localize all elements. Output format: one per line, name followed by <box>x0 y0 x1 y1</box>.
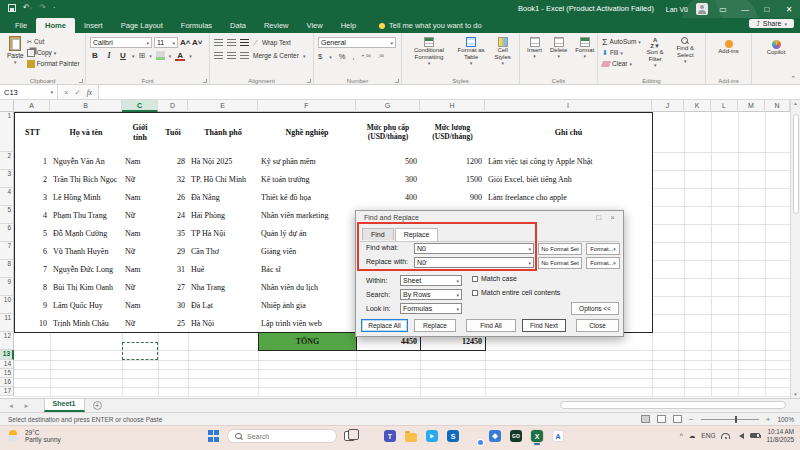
delete-cells-button[interactable]: Delete▾ <box>547 36 570 75</box>
dialog-close-icon[interactable]: × <box>610 213 615 222</box>
row-header-11[interactable]: 11 <box>0 314 14 332</box>
page-break-view-icon[interactable] <box>673 415 682 423</box>
clear-button[interactable]: Clear▾ <box>602 58 641 69</box>
align-left-icon[interactable] <box>214 52 223 59</box>
find-what-input[interactable]: Nũ▾ <box>414 243 534 254</box>
options-button[interactable]: Options << <box>571 302 619 315</box>
table-cell[interactable]: Cần Thơ <box>188 242 259 261</box>
formula-input[interactable] <box>99 85 800 99</box>
table-cell[interactable]: Lập trình viên web <box>258 314 357 333</box>
table-cell[interactable]: 300 <box>356 170 421 189</box>
normal-view-icon[interactable] <box>641 415 650 423</box>
match-entire-checkbox[interactable]: Match entire cell contents <box>472 289 560 296</box>
table-cell[interactable]: 4 <box>14 206 51 225</box>
copilot-app[interactable] <box>362 429 376 443</box>
photos-app[interactable]: ◆ <box>488 429 502 443</box>
table-cell[interactable]: 1 <box>14 152 51 171</box>
go-app[interactable]: GO <box>509 429 523 443</box>
format-as-table-button[interactable]: Format as Table▾ <box>454 36 488 75</box>
save-icon[interactable] <box>8 4 16 12</box>
number-dialog-launcher[interactable] <box>395 79 399 83</box>
percent-icon[interactable]: % <box>339 52 346 61</box>
table-cell[interactable]: 28 <box>158 152 189 171</box>
row-header-3[interactable]: 3 <box>0 170 14 188</box>
vertical-scrollbar-thumb[interactable] <box>793 114 799 214</box>
align-right-icon[interactable] <box>240 52 249 59</box>
teams-app[interactable]: T <box>383 429 397 443</box>
table-cell[interactable]: 2 <box>14 170 51 189</box>
table-cell[interactable]: Nhiếp ảnh gia <box>258 296 357 315</box>
table-cell[interactable]: Làm việc tại công ty Apple Nhật <box>485 152 653 171</box>
redo-icon[interactable]: ↷ <box>39 3 46 12</box>
row-header-10[interactable]: 10 <box>0 296 14 314</box>
table-cell[interactable]: 1500 <box>420 170 486 189</box>
table-header-cell[interactable]: Thành phố <box>188 112 259 153</box>
zoom-level[interactable]: 100% <box>777 416 794 423</box>
tell-me-box[interactable]: Tell me what you want to do <box>379 21 482 33</box>
table-header-cell[interactable]: Ghi chú <box>485 112 653 153</box>
bold-button[interactable]: B <box>90 51 100 60</box>
clock[interactable]: 10:14 AM11/8/2025 <box>766 428 794 444</box>
table-cell[interactable]: 29 <box>158 242 189 261</box>
sort-filter-button[interactable]: AZ▼ Sort & Filter▾ <box>641 36 670 75</box>
column-header-D[interactable]: D <box>158 100 188 112</box>
cell-styles-button[interactable]: Cell Styles▾ <box>490 36 515 75</box>
dialog-tab-find[interactable]: Find <box>362 228 394 240</box>
table-cell[interactable]: 10 <box>14 314 51 333</box>
minimize-button[interactable]: — <box>738 5 752 14</box>
table-cell[interactable]: Nam <box>122 260 159 279</box>
task-view-button[interactable] <box>344 431 355 441</box>
onedrive-cloud-icon[interactable]: ☁ <box>689 432 696 440</box>
table-cell[interactable]: TP. Hồ Chí Minh <box>188 170 259 189</box>
number-format-select[interactable]: General▾ <box>318 37 396 48</box>
comma-icon[interactable]: , <box>352 52 354 61</box>
orientation-icon[interactable]: ⟋ <box>253 39 258 47</box>
format-cells-button[interactable]: Format▾ <box>572 36 597 75</box>
table-cell[interactable]: Nguyễn Đức Long <box>50 260 123 279</box>
new-sheet-button[interactable]: + <box>93 401 102 410</box>
column-header-K[interactable]: K <box>684 100 711 112</box>
table-cell[interactable]: 30 <box>158 296 189 315</box>
table-cell[interactable]: 31 <box>158 260 189 279</box>
name-box[interactable]: C13▾ <box>0 85 58 99</box>
file-explorer-app[interactable] <box>404 429 418 443</box>
row-header-1[interactable]: 1 <box>0 112 14 152</box>
row-header-15[interactable]: 15 <box>0 369 14 378</box>
font-dialog-launcher[interactable] <box>203 79 207 83</box>
align-middle-icon[interactable] <box>227 39 236 46</box>
enter-icon[interactable]: ✓ <box>74 88 80 97</box>
excel-app[interactable]: X <box>530 429 544 443</box>
ribbon-tab-file[interactable]: File <box>6 18 36 33</box>
decrease-decimal-icon[interactable]: ·⁰⁰ <box>378 54 384 60</box>
undo-icon[interactable]: ↶▾ <box>23 3 32 12</box>
taskbar-search[interactable]: Search <box>227 429 337 443</box>
table-header-cell[interactable]: Tuổi <box>158 112 189 153</box>
total-label-cell[interactable]: TỔNG <box>258 332 357 351</box>
align-center-icon[interactable] <box>227 52 236 59</box>
paste-button[interactable]: Paste▾ <box>4 36 27 69</box>
share-button[interactable]: ⤴ Share▾ <box>749 19 794 28</box>
cut-button[interactable]: ✂Cut <box>27 36 80 47</box>
user-name[interactable]: Lan Vũ <box>666 6 688 13</box>
table-cell[interactable]: Lâm Quốc Huy <box>50 296 123 315</box>
table-cell[interactable]: Phạm Thu Trang <box>50 206 123 225</box>
shrink-font-button[interactable]: A˅ <box>192 38 202 47</box>
currency-icon[interactable]: $ <box>318 52 322 61</box>
table-cell[interactable]: Trịnh Minh Châu <box>50 314 123 333</box>
row-header-4[interactable]: 4 <box>0 188 14 206</box>
table-cell[interactable]: Nguyễn Văn An <box>50 152 123 171</box>
table-cell[interactable]: Nam <box>122 152 159 171</box>
weather-widget[interactable]: 29°CPartly sunny <box>8 429 61 443</box>
insert-cells-button[interactable]: Insert▾ <box>524 36 545 75</box>
table-cell[interactable]: Đỗ Mạnh Cường <box>50 224 123 243</box>
fill-button[interactable]: ⬇Fill▾ <box>602 47 641 58</box>
replace-with-input[interactable]: Nữ▾ <box>414 257 534 268</box>
row-header-5[interactable]: 5 <box>0 206 14 224</box>
sheet-nav-arrows[interactable]: ◄ ► <box>8 403 34 409</box>
table-cell[interactable]: Kỹ sư phần mềm <box>258 152 357 171</box>
row-header-16[interactable]: 16 <box>0 378 14 387</box>
replace-format-button[interactable]: Format...▾ <box>586 257 620 269</box>
alignment-dialog-launcher[interactable] <box>307 79 311 83</box>
dialog-tab-replace[interactable]: Replace <box>395 228 439 241</box>
table-header-cell[interactable]: Giới tính <box>122 112 159 153</box>
